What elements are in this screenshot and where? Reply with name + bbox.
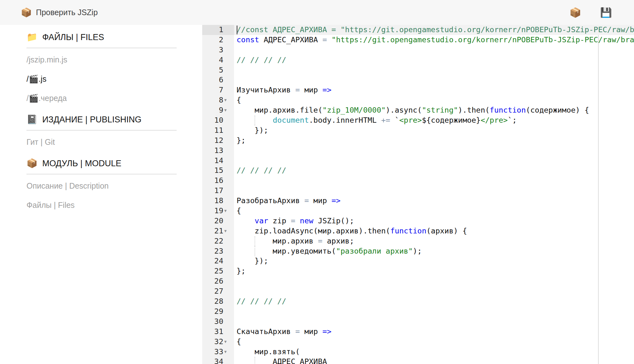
- code-line-text: РазобратьАрхив = мир =>: [234, 196, 634, 206]
- line-number: 21▾: [202, 226, 234, 236]
- code-line[interactable]: 8▾{: [202, 95, 634, 105]
- fold-arrow-icon[interactable]: ▾: [224, 105, 227, 115]
- indent-guide: [255, 246, 255, 256]
- sidebar-item[interactable]: Гит | Git: [26, 137, 202, 147]
- code-line-text: zip.loadAsync(мир.архив).then(function(а…: [234, 226, 634, 236]
- package-icon: 📦: [26, 159, 38, 168]
- code-line[interactable]: 14: [202, 156, 634, 166]
- code-line-text: [234, 156, 634, 166]
- code-line[interactable]: 28// // // //: [202, 296, 634, 307]
- code-editor[interactable]: 1//const АДРЕС_АРХИВА = "https://git.ope…: [202, 25, 634, 364]
- code-line-text: {: [234, 337, 634, 347]
- code-line[interactable]: 2const АДРЕС_АРХИВА = "https://git.openg…: [202, 35, 634, 45]
- code-line[interactable]: 11 });: [202, 126, 634, 136]
- line-number: 10: [202, 115, 234, 126]
- line-number: 12: [202, 136, 234, 146]
- divider: [26, 174, 177, 174]
- code-line[interactable]: 29: [202, 307, 634, 317]
- code-line[interactable]: 19▾{: [202, 206, 634, 216]
- code-line[interactable]: 22 мир.архив = архив;: [202, 236, 634, 246]
- divider: [26, 48, 177, 48]
- line-number: 5: [202, 65, 234, 75]
- code-line[interactable]: 27: [202, 286, 634, 296]
- line-number: 3: [202, 45, 234, 55]
- code-line-text: [234, 75, 634, 85]
- app-window: 📦 Проверить JSZip 📦💾 📁ФАЙЛЫ | FILES/jszi…: [0, 0, 634, 364]
- code-line-text: мир.взять(: [234, 347, 634, 357]
- sidebar-item[interactable]: /jszip.min.js: [26, 55, 202, 65]
- code-line[interactable]: 33▾ мир.взять(: [202, 347, 634, 357]
- line-number: 31: [202, 327, 234, 337]
- sidebar-section-label: ФАЙЛЫ | FILES: [42, 32, 104, 42]
- code-line[interactable]: 18РазобратьАрхив = мир =>: [202, 196, 634, 206]
- code-line[interactable]: 9▾ мир.архив.file("zip_10M/0000").async(…: [202, 105, 634, 115]
- code-line-text: [234, 146, 634, 156]
- code-line[interactable]: 10 document.body.innerHTML += `<pre>${со…: [202, 115, 634, 126]
- editor-lines: 1//const АДРЕС_АРХИВА = "https://git.ope…: [202, 25, 634, 364]
- code-line[interactable]: 16: [202, 176, 634, 186]
- code-line[interactable]: 17: [202, 186, 634, 196]
- fold-arrow-icon[interactable]: ▾: [224, 347, 227, 357]
- code-line[interactable]: 31СкачатьАрхив = мир =>: [202, 327, 634, 337]
- fold-arrow-icon[interactable]: ▾: [224, 95, 227, 105]
- save-icon[interactable]: 💾: [600, 8, 612, 17]
- code-line-text: };: [234, 136, 634, 146]
- line-number: 6: [202, 75, 234, 85]
- divider: [26, 130, 177, 131]
- package-icon: 📦: [21, 8, 32, 17]
- sidebar-item[interactable]: Файлы | Files: [26, 200, 202, 210]
- code-line[interactable]: 25};: [202, 266, 634, 276]
- package-icon[interactable]: 📦: [569, 8, 581, 17]
- indent-guide: [255, 236, 255, 246]
- code-line-text: мир.архив = архив;: [234, 236, 634, 246]
- sidebar-item[interactable]: /🎬.череда: [26, 93, 202, 103]
- code-line-text: document.body.innerHTML += `<pre>${содер…: [234, 115, 634, 126]
- header-actions: 📦💾: [569, 8, 634, 17]
- line-number: 20: [202, 216, 234, 226]
- code-line[interactable]: 4// // // //: [202, 55, 634, 65]
- fold-arrow-icon[interactable]: ▾: [224, 337, 227, 347]
- line-number: 27: [202, 286, 234, 296]
- line-number: 9▾: [202, 105, 234, 115]
- code-line[interactable]: 3: [202, 45, 634, 55]
- sidebar-item[interactable]: Описание | Description: [26, 181, 202, 191]
- fold-arrow-icon[interactable]: ▾: [224, 226, 227, 236]
- code-line-text: [234, 176, 634, 186]
- code-line-text: // // // //: [234, 166, 634, 176]
- fold-arrow-icon[interactable]: ▾: [224, 206, 227, 216]
- code-line[interactable]: 15// // // //: [202, 166, 634, 176]
- line-number: 8▾: [202, 95, 234, 105]
- line-number: 14: [202, 156, 234, 166]
- code-line-text: мир.архив.file("zip_10M/0000").async("st…: [234, 105, 634, 115]
- code-line-text: // // // //: [234, 55, 634, 65]
- code-line[interactable]: 30: [202, 317, 634, 327]
- line-number: 2: [202, 35, 234, 45]
- code-line[interactable]: 7ИзучитьАрхив = мир =>: [202, 85, 634, 95]
- code-line[interactable]: 20 var zip = new JSZip();: [202, 216, 634, 226]
- code-line[interactable]: 1//const АДРЕС_АРХИВА = "https://git.ope…: [202, 25, 634, 35]
- code-line-text: [234, 317, 634, 327]
- code-line[interactable]: 26: [202, 276, 634, 286]
- code-line[interactable]: 21▾ zip.loadAsync(мир.архив).then(functi…: [202, 226, 634, 236]
- line-number: 13: [202, 146, 234, 156]
- code-line-text: });: [234, 126, 634, 136]
- header-bar: 📦 Проверить JSZip 📦💾: [0, 0, 634, 25]
- code-line[interactable]: 6: [202, 75, 634, 85]
- line-number: 16: [202, 176, 234, 186]
- line-number: 28: [202, 296, 234, 307]
- sidebar-section-header: 📁ФАЙЛЫ | FILES: [26, 31, 202, 43]
- code-line[interactable]: 23 мир.уведомить("разобрали архив");: [202, 246, 634, 256]
- code-line[interactable]: 32▾{: [202, 337, 634, 347]
- code-line[interactable]: 12};: [202, 136, 634, 146]
- code-line-text: мир.уведомить("разобрали архив");: [234, 246, 634, 256]
- code-line-text: [234, 186, 634, 196]
- code-line[interactable]: 5: [202, 65, 634, 75]
- line-number: 33▾: [202, 347, 234, 357]
- code-line[interactable]: 34 АДРЕС_АРХИВА: [202, 357, 634, 364]
- code-line[interactable]: 24 });: [202, 256, 634, 266]
- code-line[interactable]: 13: [202, 146, 634, 156]
- line-number: 19▾: [202, 206, 234, 216]
- sidebar-item[interactable]: /🎬.js: [26, 74, 202, 84]
- code-line-text: {: [234, 95, 634, 105]
- line-number: 22: [202, 236, 234, 246]
